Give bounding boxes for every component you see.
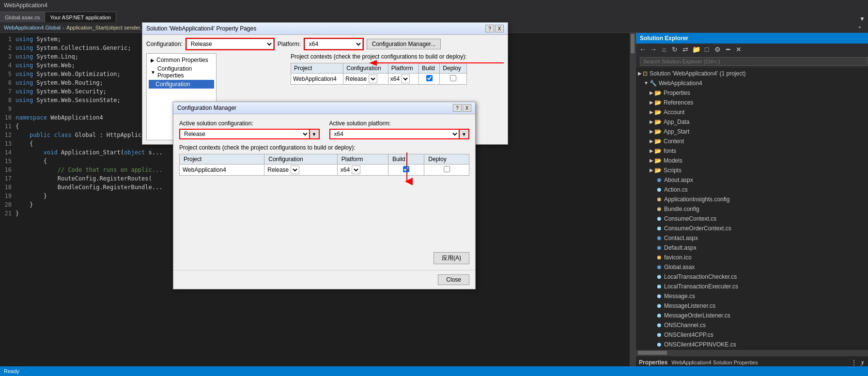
se-arrow-content: ▶ — [650, 137, 653, 146]
cfg-mgr-platform-dropdown-0[interactable]: ▼ — [352, 165, 360, 174]
prop-pages-config-outline: Release — [186, 39, 274, 49]
cfg-mgr-active-platform-arrow[interactable]: ▼ — [460, 129, 469, 139]
se-project-label: WebApplication4 — [659, 79, 702, 88]
se-item-content[interactable]: ▶ 📂 Content — [636, 136, 868, 146]
ide-title-bar: WebApplication4 — [0, 0, 868, 11]
se-item-app-start-label: App_Start — [664, 127, 689, 136]
se-close-btn[interactable]: ✕ — [734, 45, 744, 54]
ide-status-bar: Ready — [0, 366, 868, 376]
se-item-messageorderlistener-cs[interactable]: ⏺ MessageOrderListener.cs — [636, 311, 868, 320]
se-item-app-data[interactable]: ▶ 📂 App_Data — [636, 117, 868, 127]
nav-configuration[interactable]: Configuration — [149, 80, 214, 89]
app-data-folder-icon: 📂 — [654, 118, 662, 126]
se-item-consumeordercontext-cs[interactable]: ⏺ ConsumeOrderContext.cs — [636, 224, 868, 233]
se-item-localtransactionchecker-cs[interactable]: ⏺ LocalTransactionChecker.cs — [636, 272, 868, 282]
prop-pages-platform-label: Platform: — [278, 41, 301, 47]
se-item-default-aspx[interactable]: ⏺ Default.aspx — [636, 243, 868, 253]
se-item-action-cs-label: Action.cs — [664, 185, 688, 194]
props-grid-view-btn[interactable]: ⋮ — [850, 358, 858, 366]
se-item-scripts[interactable]: ▶ 📂 Scripts — [636, 165, 868, 175]
prop-pages-help-btn[interactable]: ? — [485, 25, 494, 32]
se-refresh-btn[interactable]: ↻ — [670, 45, 680, 54]
props-alpha-btn[interactable]: 𝒚 — [860, 358, 865, 366]
cfg-mgr-th-project: Project — [180, 154, 264, 165]
se-item-messagelistener-cs[interactable]: ⏺ MessageListener.cs — [636, 301, 868, 311]
prop-pages-build-check-0[interactable] — [426, 75, 433, 81]
se-item-global-asax[interactable]: ⏺ Global.asax — [636, 262, 868, 272]
prop-pages-config-dropdown-0[interactable]: ▼ — [369, 75, 377, 83]
se-item-consumecontext-cs[interactable]: ⏺ ConsumeContext.cs — [636, 214, 868, 224]
cfg-manager-dialog[interactable]: Configuration Manager ? X Active solutio… — [173, 102, 476, 289]
cfg-mgr-active-config-arrow[interactable]: ▼ — [310, 129, 320, 139]
tab-dropdown-btn[interactable]: ▼ — [856, 15, 868, 22]
cfg-mgr-table: Project Configuration Platform Build Dep… — [179, 154, 469, 176]
se-arrow-account: ▶ — [650, 108, 653, 117]
se-back-btn[interactable]: ← — [638, 45, 648, 54]
cfg-mgr-active-config-select[interactable]: Release — [179, 129, 310, 139]
prop-pages-deploy-check-0[interactable] — [450, 75, 456, 81]
prop-pages-platform-dropdown-0[interactable]: ▼ — [401, 75, 410, 83]
se-item-favicon-ico[interactable]: ⏺ favicon.ico — [636, 253, 868, 262]
cfg-mgr-apply-btn[interactable]: 应用(A) — [434, 252, 469, 264]
scrollbar-thumb[interactable] — [631, 34, 635, 53]
se-home-btn[interactable]: ⌂ — [659, 45, 669, 54]
se-item-bundle-config-label: Bundle.config — [664, 205, 699, 213]
prop-pages-controls: ? X — [485, 25, 504, 32]
se-show-all-btn[interactable]: □ — [702, 45, 712, 54]
se-item-references[interactable]: ▶ 📂 References — [636, 98, 868, 107]
se-item-models[interactable]: ▶ 📂 Models — [636, 156, 868, 165]
cfg-mgr-build-check-0[interactable] — [403, 166, 409, 172]
prop-pages-platform-select[interactable]: x64 — [305, 39, 363, 49]
se-item-properties[interactable]: ▶ 📂 Properties — [636, 88, 868, 98]
se-item-action-cs[interactable]: ⏺ Action.cs — [636, 185, 868, 195]
cfg-mgr-th-build: Build — [388, 154, 424, 165]
prop-pages-config-mgr-btn[interactable]: Configuration Manager... — [367, 39, 441, 49]
ide-project-title: WebApplication4 — [4, 2, 47, 9]
cfg-mgr-close-top-btn[interactable]: X — [463, 104, 471, 112]
se-item-contact-aspx[interactable]: ⏺ Contact.aspx — [636, 233, 868, 243]
prop-pages-close-btn[interactable]: X — [495, 25, 504, 32]
se-properties-btn[interactable]: ⚙ — [713, 45, 722, 54]
se-item-onsclient4cppinvoke-cs[interactable]: ⏺ ONSClient4CPPINVOKE.cs — [636, 340, 868, 349]
se-search-input[interactable] — [640, 57, 868, 66]
se-hscrollbar-thumb[interactable] — [638, 351, 667, 355]
se-item-about-aspx[interactable]: ⏺ About.aspx — [636, 175, 868, 185]
tab-global-asax[interactable]: Global.asax.cs — [0, 12, 45, 22]
contact-aspx-icon: ⏺ — [656, 234, 662, 242]
se-item-onschannel-cs[interactable]: ⏺ ONSChannel.cs — [636, 320, 868, 330]
se-new-folder-btn[interactable]: 📁 — [691, 45, 701, 54]
prop-pages-config-select[interactable]: Release — [186, 39, 274, 49]
cfg-mgr-deploy-check-0[interactable] — [444, 166, 450, 172]
editor-add-btn[interactable]: + — [858, 25, 864, 30]
editor-scrollbar[interactable] — [630, 33, 636, 376]
se-item-appinsights-config-label: ApplicationInsights.config — [664, 195, 729, 204]
cfg-mgr-active-config-col: Active solution configuration: Release ▼ — [179, 120, 320, 139]
se-item-project[interactable]: ▼ 🔧 WebApplication4 — [636, 78, 868, 88]
se-item-onsclient4cpp-cs[interactable]: ⏺ ONSClient4CPP.cs — [636, 330, 868, 340]
cfg-mgr-close-btn[interactable]: Close — [438, 274, 469, 285]
se-arrow-solution: ▶ — [638, 69, 642, 78]
se-item-message-cs[interactable]: ⏺ Message.cs — [636, 291, 868, 301]
se-forward-btn[interactable]: → — [649, 45, 658, 54]
cfg-mgr-active-platform-select[interactable]: x64 — [329, 129, 460, 139]
se-item-content-label: Content — [664, 137, 684, 146]
se-item-bundle-config[interactable]: ⏺ Bundle.config — [636, 204, 868, 214]
se-collapse-btn[interactable]: ━ — [723, 45, 733, 54]
prop-pages-th-platform: Platform — [388, 63, 418, 74]
nav-common-label: Common Properties — [156, 57, 208, 63]
se-hscrollbar[interactable] — [636, 350, 868, 356]
nav-config-properties[interactable]: ▼ Configuration Properties — [149, 64, 214, 80]
app-start-folder-icon: 📂 — [654, 127, 662, 136]
cfg-mgr-help-btn[interactable]: ? — [453, 104, 462, 112]
se-item-models-label: Models — [664, 156, 682, 165]
cfg-mgr-config-dropdown-0[interactable]: ▼ — [291, 165, 299, 174]
nav-common-properties[interactable]: ▶ Common Properties — [149, 56, 214, 64]
se-item-account[interactable]: ▶ 📂 Account — [636, 107, 868, 117]
tab-your-asp[interactable]: Your ASP.NET application — [45, 12, 116, 22]
se-item-app-start[interactable]: ▶ 📂 App_Start — [636, 127, 868, 136]
se-item-localtransactionexecuter-cs[interactable]: ⏺ LocalTransactionExecuter.cs — [636, 282, 868, 291]
se-item-solution[interactable]: ▶ ⊡ Solution 'WebApplication4' (1 projec… — [636, 69, 868, 78]
se-sync-btn[interactable]: ⇄ — [681, 45, 690, 54]
se-item-fonts[interactable]: ▶ 📂 fonts — [636, 146, 868, 156]
se-item-appinsights-config[interactable]: ⏺ ApplicationInsights.config — [636, 195, 868, 204]
